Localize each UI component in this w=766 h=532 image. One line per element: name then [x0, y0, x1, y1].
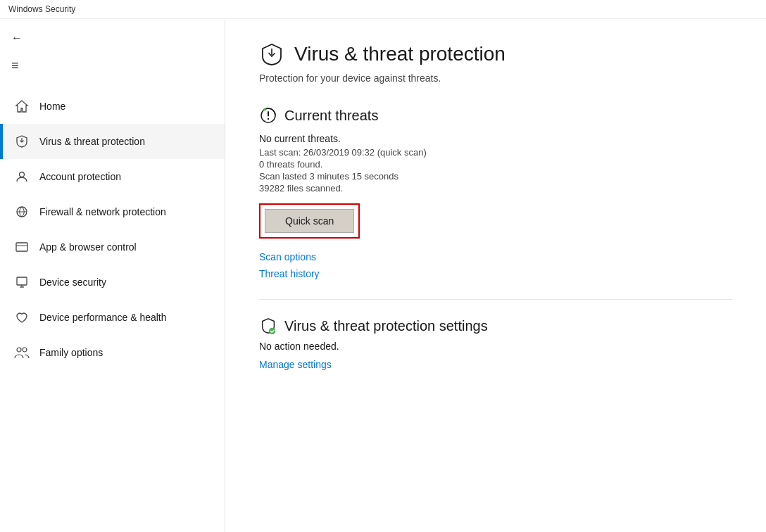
sidebar-item-home[interactable]: Home — [0, 89, 225, 124]
svg-rect-4 — [17, 277, 27, 285]
scan-options-link[interactable]: Scan options — [259, 251, 732, 262]
no-threats-text: No current threats. — [259, 133, 732, 144]
current-threats-header: Current threats — [259, 106, 732, 125]
sidebar: ← ≡ Home — [0, 19, 225, 532]
sidebar-item-devicesecurity[interactable]: Device security — [0, 265, 225, 300]
sidebar-item-account-label: Account protection — [39, 171, 121, 182]
main-content: Virus & threat protection Protection for… — [225, 19, 766, 532]
menu-button[interactable]: ≡ — [0, 51, 225, 80]
sidebar-item-devicesecurity-label: Device security — [39, 277, 106, 288]
protection-settings-title: Virus & threat protection settings — [284, 318, 488, 334]
sidebar-item-home-label: Home — [39, 101, 65, 112]
protection-settings-header: Virus & threat protection settings — [259, 317, 732, 335]
threat-history-link[interactable]: Threat history — [259, 268, 732, 279]
sidebar-item-virus-label: Virus & threat protection — [39, 136, 145, 147]
scan-duration-text: Scan lasted 3 minutes 15 seconds — [259, 171, 732, 182]
files-scanned-text: 39282 files scanned. — [259, 183, 732, 194]
svg-point-10 — [268, 118, 269, 120]
health-icon — [14, 310, 30, 325]
last-scan-text: Last scan: 26/03/2019 09:32 (quick scan) — [259, 147, 732, 158]
devicesec-icon — [14, 274, 30, 290]
page-header: Virus & threat protection — [259, 42, 732, 67]
threats-found-text: 0 threats found. — [259, 159, 732, 170]
sidebar-item-devicehealth[interactable]: Device performance & health — [0, 300, 225, 335]
family-icon — [14, 345, 30, 360]
current-threats-icon — [259, 106, 277, 125]
svg-point-7 — [17, 348, 21, 352]
app-title: Windows Security — [8, 4, 75, 14]
section-divider — [259, 299, 732, 300]
page-title: Virus & threat protection — [294, 43, 506, 65]
sidebar-item-appbrowser[interactable]: App & browser control — [0, 229, 225, 265]
current-threats-section: Current threats No current threats. Last… — [259, 106, 732, 279]
current-threats-title: Current threats — [284, 108, 378, 124]
protection-settings-section: Virus & threat protection settings No ac… — [259, 317, 732, 370]
sidebar-item-appbrowser-label: App & browser control — [39, 241, 137, 253]
svg-point-8 — [23, 348, 27, 352]
sidebar-item-devicehealth-label: Device performance & health — [39, 312, 167, 323]
sidebar-item-firewall-label: Firewall & network protection — [39, 206, 166, 217]
quick-scan-button[interactable]: Quick scan — [265, 209, 354, 233]
back-arrow-icon: ← — [11, 32, 23, 44]
sidebar-item-family[interactable]: Family options — [0, 335, 225, 370]
sidebar-item-account[interactable]: Account protection — [0, 159, 225, 194]
title-bar: Windows Security — [0, 0, 766, 19]
back-button[interactable]: ← — [0, 25, 225, 51]
page-header-icon — [259, 42, 284, 67]
sidebar-nav: Home Virus & threat protection — [0, 89, 225, 370]
settings-section-icon — [259, 317, 277, 335]
svg-point-0 — [20, 172, 25, 177]
manage-settings-link[interactable]: Manage settings — [259, 359, 732, 370]
hamburger-icon: ≡ — [11, 58, 19, 73]
svg-rect-2 — [16, 243, 27, 251]
firewall-icon — [14, 204, 30, 220]
shield-icon — [14, 134, 30, 149]
protection-status-text: No action needed. — [259, 341, 732, 352]
page-subtitle: Protection for your device against threa… — [259, 72, 732, 84]
svg-point-11 — [263, 108, 266, 111]
browser-icon — [14, 239, 30, 255]
sidebar-top-controls: ← ≡ — [0, 19, 225, 83]
quick-scan-wrapper: Quick scan — [259, 203, 360, 239]
sidebar-item-virus[interactable]: Virus & threat protection — [0, 124, 225, 159]
account-icon — [14, 169, 30, 184]
sidebar-item-firewall[interactable]: Firewall & network protection — [0, 194, 225, 229]
home-icon — [14, 99, 30, 114]
sidebar-item-family-label: Family options — [39, 347, 103, 358]
svg-point-12 — [269, 328, 275, 334]
